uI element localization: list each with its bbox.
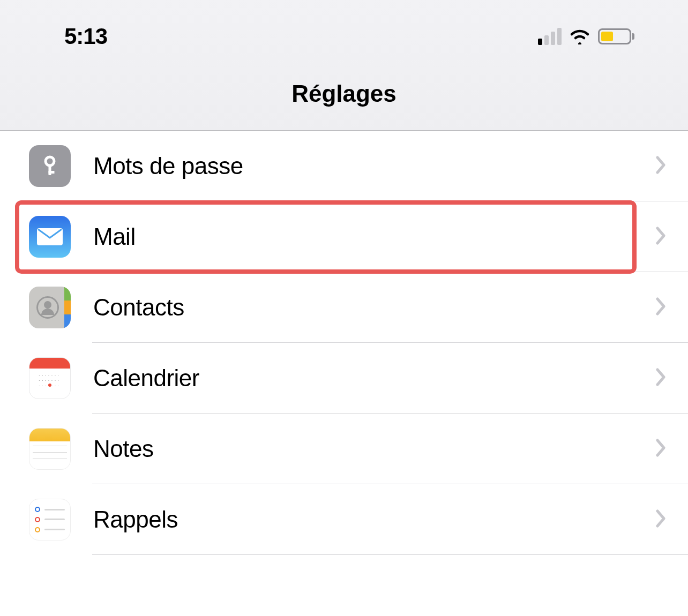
row-label: Mail	[93, 223, 656, 250]
svg-rect-2	[49, 171, 55, 174]
cell-signal-icon	[538, 28, 562, 45]
key-icon	[29, 145, 71, 187]
chevron-right-icon	[656, 439, 667, 459]
settings-row-passwords[interactable]: Mots de passe	[0, 131, 688, 201]
settings-row-mail[interactable]: Mail	[0, 201, 688, 272]
contacts-icon	[29, 287, 71, 328]
settings-row-calendar[interactable]: ····················· Calendrier	[0, 343, 688, 414]
reminders-icon	[29, 499, 71, 540]
settings-row-notes[interactable]: Notes	[0, 414, 688, 484]
chevron-right-icon	[656, 156, 667, 176]
chevron-right-icon	[656, 509, 667, 530]
settings-row-contacts[interactable]: Contacts	[0, 272, 688, 343]
row-label: Notes	[93, 435, 656, 462]
notes-icon	[29, 428, 71, 470]
row-label: Mots de passe	[93, 153, 656, 179]
row-label: Calendrier	[93, 365, 656, 392]
chevron-right-icon	[656, 297, 667, 318]
row-label: Rappels	[93, 506, 656, 533]
status-icons	[538, 28, 634, 45]
calendar-icon: ·····················	[29, 357, 71, 399]
settings-list: Mots de passe Mail Contacts ···	[0, 131, 688, 555]
chevron-right-icon	[656, 368, 667, 388]
mail-icon	[29, 216, 71, 258]
battery-icon	[598, 28, 634, 44]
status-time: 5:13	[64, 24, 107, 49]
header: 5:13 Réglages	[0, 0, 688, 131]
svg-point-0	[46, 157, 54, 166]
chevron-right-icon	[656, 227, 667, 247]
settings-row-reminders[interactable]: Rappels	[0, 484, 688, 555]
wifi-icon	[569, 28, 590, 44]
status-bar: 5:13	[0, 0, 688, 54]
page-title: Réglages	[0, 80, 688, 107]
row-label: Contacts	[93, 294, 656, 321]
